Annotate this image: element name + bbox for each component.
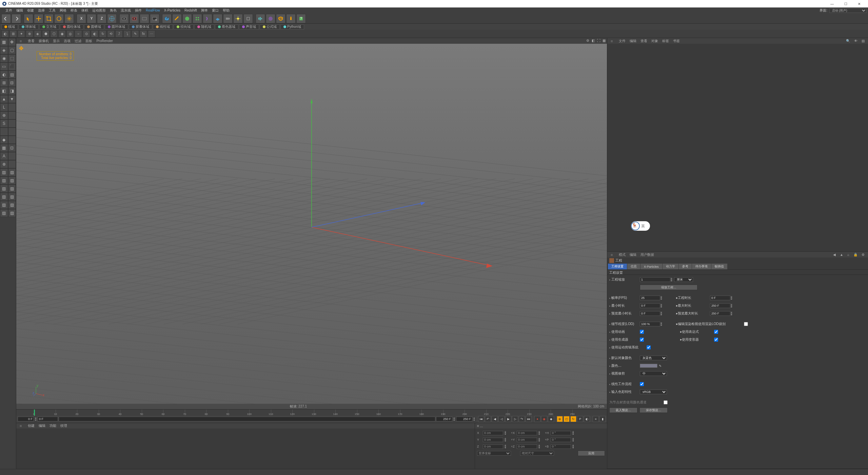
maxlen-input[interactable] [710, 303, 730, 308]
viewport-layout-icon[interactable]: ▦ [600, 39, 605, 43]
goto-start-button[interactable]: ⏮ [478, 416, 484, 422]
key-rot-button[interactable]: ↻ [570, 416, 576, 422]
lefttool-13-0[interactable]: ▦ [0, 144, 8, 152]
lefttool-7-0[interactable]: ▲ [0, 95, 8, 103]
field-7[interactable]: 线性域 [153, 24, 173, 30]
attrtab-5[interactable]: 待办事项 [692, 264, 711, 269]
menu-选择[interactable]: 选择 [36, 8, 47, 12]
spline-pen-button[interactable] [172, 14, 182, 23]
coord-apply-button[interactable]: 应用 [578, 451, 605, 456]
duration-spinner[interactable]: ▴▾ [730, 296, 733, 300]
fps-input[interactable] [640, 296, 660, 300]
viewport-move-icon[interactable]: ✥ [19, 45, 23, 52]
lefttool-14-0[interactable]: A [0, 152, 8, 160]
menu-RealFlow[interactable]: RealFlow [144, 8, 162, 12]
lefttool-12-0[interactable]: ◆ [0, 136, 8, 144]
lefttool-0-0[interactable]: ▦ [0, 38, 8, 46]
coord-mode1[interactable]: 世界坐标 [477, 451, 511, 456]
lefttool-15-1[interactable] [8, 160, 16, 168]
lefttool-9-0[interactable]: ⊕ [0, 111, 8, 119]
lefttool-13-1[interactable]: ⊡ [8, 144, 16, 152]
vpmenu-ProRender[interactable]: ProRender [94, 39, 115, 43]
tool2-2[interactable]: ✦ [18, 30, 25, 38]
viewport-iso-icon[interactable]: ◧ [590, 39, 594, 43]
character-button[interactable] [286, 14, 296, 23]
lefttool-1-1[interactable]: ▢ [8, 46, 16, 54]
timeline-marker-button[interactable]: ▮ [599, 416, 606, 422]
field-1[interactable]: 球体域 [19, 24, 39, 30]
menu-流水线[interactable]: 流水线 [119, 8, 133, 12]
xref-button[interactable]: QR [276, 14, 285, 23]
render-pv-button[interactable] [140, 14, 149, 23]
menu-脚本[interactable]: 脚本 [199, 8, 210, 12]
timeline-scrubber[interactable] [59, 417, 435, 421]
tool2-18[interactable]: ⋯ [148, 30, 155, 38]
lefttool-3-1[interactable]: ⬛ [8, 62, 16, 71]
inputprof-select[interactable]: sRGB [640, 390, 667, 394]
move-tool-button[interactable] [34, 14, 43, 23]
timeline-end-spinner[interactable]: ▴▾ [453, 417, 455, 421]
undo-button[interactable] [1, 14, 11, 23]
attrmenu-模式[interactable]: 模式 [617, 253, 628, 256]
menu-文件[interactable]: 文件 [3, 8, 14, 12]
timeline-start-spinner[interactable]: ▴▾ [35, 417, 37, 421]
color-picker-icon[interactable]: ✎ [659, 364, 662, 368]
lefttool-17-0[interactable]: ▨ [0, 176, 8, 185]
attrmenu-编辑[interactable]: 编辑 [628, 253, 638, 256]
tool2-13[interactable]: ⟲ [107, 30, 115, 38]
vpmenu-查看[interactable]: 查看 [26, 39, 37, 43]
def-check[interactable] [714, 338, 718, 342]
menu-帮助[interactable]: 帮助 [221, 8, 232, 12]
cube-primitive-button[interactable] [162, 14, 172, 23]
scale-project-button[interactable]: 缩放工程… [640, 285, 697, 290]
lefttool-11-0[interactable] [0, 128, 8, 136]
objmenu-查看[interactable]: 查看 [638, 39, 649, 43]
vpmenu-过滤[interactable]: 过滤 [73, 39, 83, 43]
lefttool-15-0[interactable]: ⊗ [0, 160, 8, 168]
lefttool-21-1[interactable]: ▨ [8, 209, 16, 217]
play-fwd-button[interactable]: ▶ [505, 416, 511, 422]
lefttool-17-1[interactable]: ▨ [8, 176, 16, 185]
motion-check[interactable] [647, 345, 651, 349]
objmenu-书签[interactable]: 书签 [671, 39, 682, 43]
objmenu-文件[interactable]: 文件 [617, 39, 628, 43]
coord-mode2[interactable]: 绝对尺寸 [520, 451, 554, 456]
tool2-3[interactable]: ⊕ [26, 30, 33, 38]
goto-prevkey-button[interactable]: ↶ [485, 416, 491, 422]
mograph-cloner-button[interactable] [256, 14, 265, 23]
field-11[interactable]: 声音域 [239, 24, 259, 30]
help-button[interactable]: ? [296, 14, 306, 23]
timeline-end2-spinner[interactable]: ▴▾ [473, 417, 475, 421]
goto-nextkey-button[interactable]: ↷ [519, 416, 525, 422]
matmenu-功能[interactable]: 功能 [47, 424, 58, 428]
objects-eye-icon[interactable]: 👁 [852, 39, 860, 43]
tool2-17[interactable]: fx [140, 30, 147, 38]
minlen-input[interactable] [640, 303, 660, 308]
lefttool-16-0[interactable]: ▨ [0, 168, 8, 176]
attr-home-icon[interactable]: ⌂ [845, 253, 851, 256]
objects-search-icon[interactable]: 🔍 [844, 39, 852, 43]
field-10[interactable]: 着色器域 [215, 24, 238, 30]
attr-lock-icon[interactable]: 🔒 [851, 253, 860, 256]
vpmenu-摄像机[interactable]: 摄像机 [37, 39, 51, 43]
lefttool-3-0[interactable]: ▭ [0, 62, 8, 71]
lefttool-18-0[interactable]: ▨ [0, 185, 8, 193]
lefttool-4-0[interactable]: ◐ [0, 71, 8, 79]
tool2-15[interactable]: ⤵ [123, 30, 131, 38]
coordinate-system-button[interactable] [107, 14, 117, 23]
attrtab-3[interactable]: 动力学 [663, 264, 678, 269]
tool2-9[interactable]: ○ [75, 30, 82, 38]
timeline-start-field[interactable] [18, 417, 34, 421]
step-fwd-button[interactable]: ▷ [512, 416, 518, 422]
lod-input[interactable] [640, 322, 660, 326]
attrtab-2[interactable]: X-Particles [640, 264, 662, 269]
floor-button[interactable] [213, 14, 222, 23]
vpmenu-面板[interactable]: 面板 [83, 39, 94, 43]
field-0[interactable]: 线域 [1, 24, 18, 30]
key-pos-button[interactable]: ⊕ [557, 416, 563, 422]
tool2-7[interactable]: ◉ [58, 30, 66, 38]
lefttool-2-1[interactable]: ⬚ [8, 54, 16, 62]
matmenu-编辑[interactable]: 编辑 [37, 424, 47, 428]
viewport-config-icon[interactable]: ⚙ [584, 39, 589, 43]
menu-插件[interactable]: 插件 [133, 8, 144, 12]
